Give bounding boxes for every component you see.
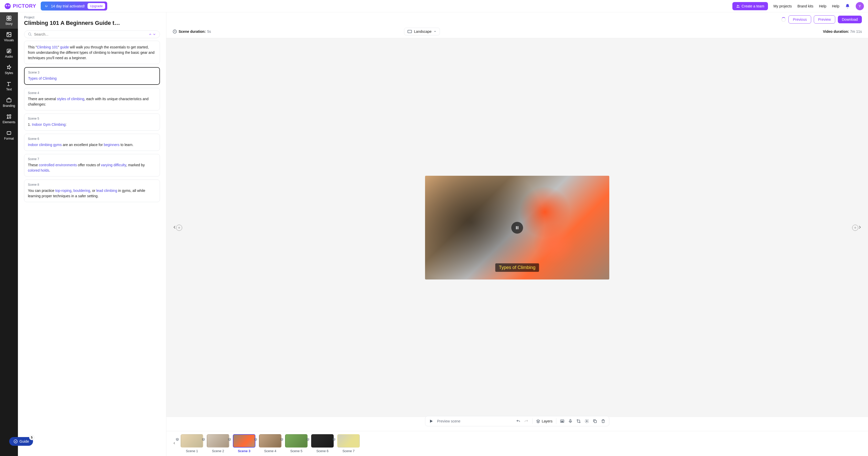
previous-button[interactable]: Previous [788, 16, 811, 24]
timeline-item[interactable]: Scene 7 [337, 434, 360, 453]
scene-card[interactable]: Scene 7These controlled environments off… [24, 154, 160, 176]
scene-card[interactable]: Scene 6Indoor climbing gyms are an excel… [24, 134, 160, 151]
timeline-layers-icon[interactable] [176, 438, 179, 443]
scenes-list[interactable]: This "Climbing 101" guide will walk you … [18, 41, 166, 456]
add-scene-before-button[interactable] [176, 225, 182, 231]
sidebar-item-elements[interactable]: Elements [0, 111, 18, 127]
sidebar-item-styles[interactable]: Styles [0, 61, 18, 78]
scene-card[interactable]: Scene 3Types of Climbing [24, 67, 160, 85]
play-icon[interactable] [429, 419, 433, 424]
timeline-item[interactable]: Scene 6 [311, 434, 334, 453]
scene-text: This "Climbing 101" guide will walk you … [28, 45, 156, 61]
scene-text: Indoor climbing gyms are an excellent pl… [28, 142, 156, 148]
create-team-button[interactable]: Create a team [733, 2, 768, 10]
scene-text: 1. Indoor Gym Climbing: [28, 122, 156, 127]
timeline-item[interactable]: Scene 3 [233, 434, 255, 453]
search-box[interactable] [24, 30, 160, 38]
preview-frame[interactable]: Types of Climbing [425, 176, 609, 280]
download-button[interactable]: Download [838, 16, 862, 23]
layers-icon [332, 438, 336, 441]
search-input[interactable] [34, 32, 146, 36]
copy-icon[interactable] [593, 419, 597, 424]
sidebar-label: Branding [3, 104, 15, 108]
nav-brand-kits[interactable]: Brand kits [797, 4, 813, 8]
layers-icon [536, 419, 540, 423]
svg-rect-8 [9, 16, 11, 18]
project-title[interactable]: Climbing 101 A Beginners Guide to Gettin… [24, 20, 121, 26]
svg-point-31 [14, 439, 18, 443]
mic-icon[interactable] [568, 419, 573, 424]
plus-icon [177, 226, 181, 230]
sidebar-item-visuals[interactable]: Visuals [0, 29, 18, 45]
svg-rect-18 [9, 115, 11, 116]
gear-icon[interactable] [585, 419, 589, 424]
logo[interactable]: PICTORY [4, 3, 36, 10]
sidebar-label: Format [4, 137, 14, 140]
scene-card[interactable]: This "Climbing 101" guide will walk you … [24, 41, 160, 64]
video-duration-label: Video duration: [823, 29, 849, 34]
chevron-right-icon [857, 225, 862, 230]
timeline[interactable]: Scene 1Scene 2Scene 3Scene 4Scene 5Scene… [166, 431, 868, 456]
undo-icon[interactable] [516, 419, 521, 424]
chevron-up-icon[interactable] [148, 32, 152, 36]
cc-icon[interactable]: CC [560, 419, 564, 424]
timeline-layers-icon[interactable] [306, 438, 310, 443]
nav-help-2[interactable]: Help [832, 4, 839, 8]
scene-label: Scene 5 [28, 117, 156, 120]
timeline-item[interactable]: Scene 4 [259, 434, 281, 453]
timeline-item[interactable]: Scene 5 [285, 434, 308, 453]
guide-fab[interactable]: Guide 5 [9, 437, 33, 446]
scene-card[interactable]: Scene 51. Indoor Gym Climbing: [24, 113, 160, 131]
brand-text: PICTORY [13, 3, 36, 9]
crop-icon[interactable] [576, 419, 581, 424]
timeline-thumbnail [233, 434, 255, 448]
text-icon [6, 81, 12, 87]
preview-panel: Previous Preview Download Scene duration… [166, 12, 868, 456]
nav-my-projects[interactable]: My projects [774, 4, 792, 8]
chevron-down-icon [433, 30, 437, 33]
layers-icon [306, 438, 310, 441]
preview-button[interactable]: Preview [814, 16, 835, 24]
sidebar-item-story[interactable]: Story [0, 12, 18, 29]
timeline-thumbnail [259, 434, 281, 448]
orientation-button[interactable]: Landscape [404, 28, 440, 35]
sidebar-item-branding[interactable]: Branding [0, 94, 18, 111]
svg-rect-24 [516, 226, 517, 229]
timeline-layers-icon[interactable] [228, 438, 231, 443]
redo-icon[interactable] [524, 419, 529, 424]
svg-point-17 [7, 115, 9, 116]
timeline-item[interactable]: Scene 1 [181, 434, 203, 453]
scene-card[interactable]: Scene 4There are several styles of climb… [24, 88, 160, 110]
play-pause-button[interactable] [511, 222, 523, 234]
svg-rect-23 [408, 30, 411, 33]
timeline-layers-icon[interactable] [280, 438, 283, 443]
layers-button[interactable]: Layers [536, 419, 553, 423]
sidebar-item-format[interactable]: Format [0, 127, 18, 143]
svg-point-12 [8, 33, 9, 34]
clock-icon [173, 29, 177, 34]
timeline-item[interactable]: Scene 2 [207, 434, 229, 453]
bell-icon[interactable] [845, 4, 850, 9]
briefcase-icon [6, 97, 12, 103]
sidebar-item-text[interactable]: Text [0, 78, 18, 94]
sidebar-item-audio[interactable]: Audio [0, 45, 18, 61]
timeline-layers-icon[interactable] [332, 438, 336, 443]
scene-card[interactable]: Scene 8You can practice top-roping, boul… [24, 179, 160, 202]
timeline-thumbnail [181, 434, 203, 448]
story-panel: Project Climbing 101 A Beginners Guide t… [18, 12, 166, 456]
styles-icon [6, 64, 12, 70]
chevron-down-icon[interactable] [153, 32, 156, 36]
preview-controls: Preview scene Layers CC [425, 416, 609, 426]
avatar[interactable]: Y [856, 2, 864, 10]
preview-scene-label: Preview scene [437, 419, 512, 423]
scene-text: You can practice top-roping, bouldering,… [28, 188, 156, 199]
timeline-label: Scene 4 [264, 449, 276, 453]
timeline-layers-icon[interactable] [254, 438, 257, 443]
upgrade-button[interactable]: Upgrade [88, 3, 105, 9]
svg-point-19 [9, 117, 11, 119]
svg-text:CC: CC [561, 421, 563, 422]
timeline-layers-icon[interactable] [202, 438, 205, 443]
nav-help-1[interactable]: Help [819, 4, 826, 8]
trash-icon[interactable] [601, 419, 606, 424]
next-scene-arrow[interactable] [855, 223, 864, 233]
